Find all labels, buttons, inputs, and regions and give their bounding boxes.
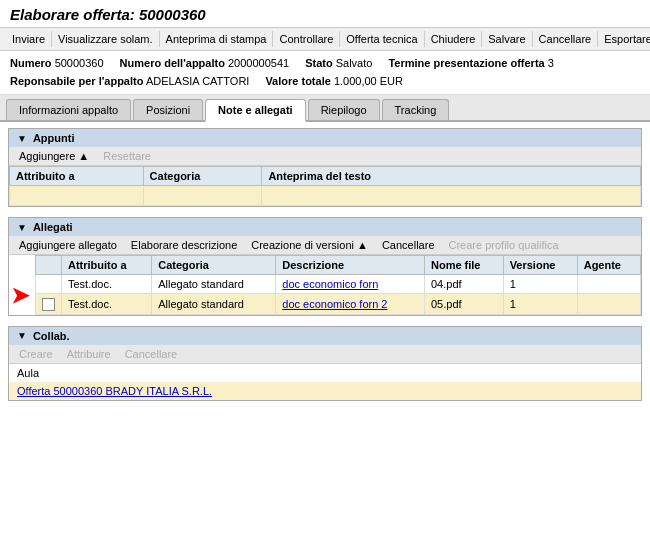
tab-posizioni[interactable]: Posizioni <box>133 99 203 120</box>
allegati-cancellare[interactable]: Cancellare <box>380 238 437 252</box>
toolbar-controllare[interactable]: Controllare <box>273 31 340 47</box>
allegati-col-agente: Agente <box>577 256 640 275</box>
numero-label: Numero <box>10 57 52 69</box>
appunti-section: ▼ Appunti Aggiungere ▲ Resettare Attribu… <box>8 128 642 207</box>
row1-agente <box>577 275 640 294</box>
row1-check <box>36 275 62 294</box>
responsabile-value: ADELASIA CATTORI <box>146 75 250 87</box>
toolbar-inviare[interactable]: Inviare <box>6 31 52 47</box>
toolbar-visualizzare[interactable]: Visualizzare solam. <box>52 31 160 47</box>
tab-tracking[interactable]: Tracking <box>382 99 450 120</box>
numero-value: 50000360 <box>55 57 104 69</box>
main-content: ▼ Appunti Aggiungere ▲ Resettare Attribu… <box>0 122 650 527</box>
appunti-resettare: Resettare <box>101 149 153 163</box>
tab-informazioni[interactable]: Informazioni appalto <box>6 99 131 120</box>
appunti-toolbar: Aggiungere ▲ Resettare <box>9 147 641 166</box>
toolbar-chiudere[interactable]: Chiudere <box>425 31 483 47</box>
allegati-creare-profilo: Creare profilo qualifica <box>447 238 561 252</box>
allegati-table: Attribuito a Categoria Descrizione Nome … <box>35 255 641 315</box>
row2-versione: 1 <box>503 294 577 315</box>
tab-note-allegati[interactable]: Note e allegati <box>205 99 306 122</box>
row2-descrizione: doc economico forn 2 <box>276 294 425 315</box>
row2-check[interactable] <box>36 294 62 315</box>
allegati-toolbar: Aggiungere allegato Elaborare descrizion… <box>9 236 641 255</box>
row1-categoria: Allegato standard <box>152 275 276 294</box>
row2-categoria: Allegato standard <box>152 294 276 315</box>
allegati-col-descrizione: Descrizione <box>276 256 425 275</box>
appunti-table: Attribuito a Categoria Anteprima del tes… <box>9 166 641 206</box>
stato-label: Stato <box>305 57 333 69</box>
appunti-empty-1 <box>10 186 144 206</box>
row1-versione: 1 <box>503 275 577 294</box>
collab-attribuire: Attribuire <box>65 347 113 361</box>
collab-aula-label: Aula <box>9 364 641 382</box>
collab-cancellare: Cancellare <box>123 347 180 361</box>
allegati-col-nomefile: Nome file <box>424 256 503 275</box>
aula-label: Aula <box>17 367 39 379</box>
allegati-elaborare[interactable]: Elaborare descrizione <box>129 238 239 252</box>
row1-doc-link[interactable]: doc economico forn <box>282 278 378 290</box>
main-toolbar: Inviare Visualizzare solam. Anteprima di… <box>0 28 650 51</box>
appunti-title: Appunti <box>33 132 75 144</box>
appunti-col-attribuito: Attribuito a <box>10 167 144 186</box>
tab-riepilogo[interactable]: Riepilogo <box>308 99 380 120</box>
allegati-section: ▼ Allegati Aggiungere allegato Elaborare… <box>8 217 642 316</box>
row2-doc-link[interactable]: doc economico forn 2 <box>282 298 387 310</box>
allegati-col-attribuito: Attribuito a <box>62 256 152 275</box>
appalto-label: Numero dell'appalto <box>120 57 225 69</box>
aula-link[interactable]: Offerta 50000360 BRADY ITALIA S.R.L. <box>17 385 212 397</box>
table-row: Test.doc. Allegato standard doc economic… <box>36 275 641 294</box>
allegati-col-check <box>36 256 62 275</box>
appunti-aggiungere[interactable]: Aggiungere ▲ <box>17 149 91 163</box>
row2-attribuito: Test.doc. <box>62 294 152 315</box>
allegati-triangle: ▼ <box>17 222 27 233</box>
termine-label: Termine presentazione offerta <box>388 57 544 69</box>
row1-nomefile: 04.pdf <box>424 275 503 294</box>
collab-toolbar: Creare Attribuire Cancellare <box>9 345 641 364</box>
toolbar-offerta-tecnica[interactable]: Offerta tecnica <box>340 31 424 47</box>
toolbar-anteprima[interactable]: Anteprima di stampa <box>160 31 274 47</box>
collab-title: Collab. <box>33 330 70 342</box>
allegati-table-container: ➤ Attribuito a Categoria Descrizione Nom… <box>9 255 641 315</box>
stato-value: Salvato <box>336 57 373 69</box>
appunti-triangle: ▼ <box>17 133 27 144</box>
collab-section: ▼ Collab. Creare Attribuire Cancellare A… <box>8 326 642 401</box>
valore-label: Valore totale <box>265 75 330 87</box>
title-bar: Elaborare offerta: 50000360 <box>0 0 650 28</box>
responsabile-label: Reponsabile per l'appalto <box>10 75 143 87</box>
allegati-col-categoria: Categoria <box>152 256 276 275</box>
row1-attribuito: Test.doc. <box>62 275 152 294</box>
table-row: Test.doc. Allegato standard doc economic… <box>36 294 641 315</box>
row2-nomefile: 05.pdf <box>424 294 503 315</box>
row2-agente <box>577 294 640 315</box>
appunti-empty-3 <box>262 186 641 206</box>
tabs-bar: Informazioni appalto Posizioni Note e al… <box>0 95 650 122</box>
appalto-value: 2000000541 <box>228 57 289 69</box>
allegati-header[interactable]: ▼ Allegati <box>9 218 641 236</box>
row2-checkbox[interactable] <box>42 298 55 311</box>
toolbar-esportare[interactable]: Esportare <box>598 31 650 47</box>
collab-header[interactable]: ▼ Collab. <box>9 327 641 345</box>
allegati-col-versione: Versione <box>503 256 577 275</box>
allegati-creazione[interactable]: Creazione di versioni ▲ <box>249 238 370 252</box>
appunti-col-anteprima: Anteprima del testo <box>262 167 641 186</box>
allegati-aggiungere[interactable]: Aggiungere allegato <box>17 238 119 252</box>
valore-value: 1.000,00 EUR <box>334 75 403 87</box>
red-arrow-indicator: ➤ <box>11 285 29 307</box>
appunti-col-categoria: Categoria <box>143 167 262 186</box>
page-title: Elaborare offerta: 50000360 <box>10 6 640 23</box>
appunti-empty-2 <box>143 186 262 206</box>
collab-triangle: ▼ <box>17 330 27 341</box>
collab-aula-row: Offerta 50000360 BRADY ITALIA S.R.L. <box>9 382 641 400</box>
toolbar-cancellare[interactable]: Cancellare <box>533 31 599 47</box>
appunti-header[interactable]: ▼ Appunti <box>9 129 641 147</box>
info-bar: Numero 50000360 Numero dell'appalto 2000… <box>0 51 650 95</box>
toolbar-salvare[interactable]: Salvare <box>482 31 532 47</box>
appunti-table-wrapper: Attribuito a Categoria Anteprima del tes… <box>9 166 641 206</box>
collab-creare: Creare <box>17 347 55 361</box>
row1-descrizione: doc economico forn <box>276 275 425 294</box>
termine-value: 3 <box>548 57 554 69</box>
allegati-title: Allegati <box>33 221 73 233</box>
